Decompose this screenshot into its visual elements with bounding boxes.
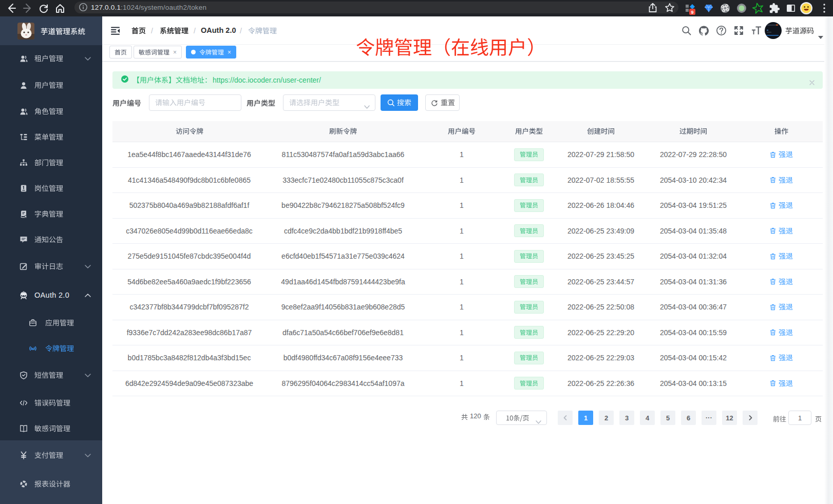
svg-text:9: 9 <box>691 10 693 15</box>
svg-text:a: a <box>32 347 34 351</box>
